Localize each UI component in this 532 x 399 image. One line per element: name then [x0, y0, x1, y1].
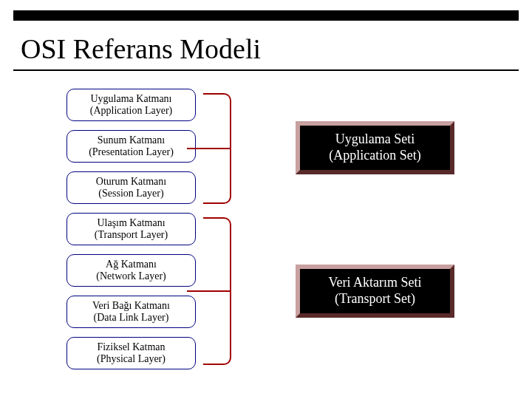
- layer-label-en: (Presentation Layer): [89, 146, 174, 158]
- setbox-transport-set: Veri Aktarım Seti (Transport Set): [296, 265, 454, 318]
- layer-label-en: (Application Layer): [90, 105, 173, 117]
- setbox-application-set: Uygulama Seti (Application Set): [296, 121, 454, 174]
- set-label-tr: Uygulama Seti: [335, 132, 415, 146]
- slide-top-bar: [13, 10, 519, 21]
- slide-title: OSI Referans Modeli: [21, 33, 261, 65]
- set-label-tr: Veri Aktarım Seti: [329, 275, 422, 290]
- layer-label-en: (Physical Layer): [97, 353, 166, 365]
- layer-label-en: (Network Layer): [96, 270, 166, 282]
- setbox-label: Veri Aktarım Seti (Transport Set): [323, 275, 428, 307]
- layer-transport: Ulaşım Katmanı (Transport Layer): [66, 213, 196, 245]
- layer-application: Uygulama Katmanı (Application Layer): [66, 89, 196, 121]
- layer-label-tr: Ağ Katmanı: [106, 259, 157, 270]
- set-label-en: (Application Set): [329, 148, 420, 163]
- layer-label-tr: Uygulama Katmanı: [90, 93, 171, 105]
- layer-presentation: Sunum Katmanı (Presentation Layer): [66, 130, 196, 163]
- layer-label-tr: Sunum Katmanı: [98, 134, 165, 146]
- setbox-label: Uygulama Seti (Application Set): [323, 132, 426, 163]
- layer-label-tr: Ulaşım Katmanı: [97, 217, 165, 229]
- layer-session: Oturum Katmanı (Session Layer): [66, 171, 196, 204]
- layer-label-tr: Veri Bağı Katmanı: [92, 300, 170, 312]
- bracket-application-set: [203, 93, 231, 204]
- layer-label-en: (Data Link Layer): [94, 312, 169, 324]
- layer-label-tr: Fiziksel Katman: [97, 341, 165, 353]
- layer-label-tr: Oturum Katmanı: [96, 176, 166, 188]
- layer-label-en: (Transport Layer): [95, 229, 168, 241]
- title-underline: [13, 69, 519, 71]
- bracket-transport-set: [203, 217, 231, 365]
- layer-network: Ağ Katmanı (Network Layer): [66, 254, 196, 287]
- set-label-en: (Transport Set): [335, 291, 415, 306]
- layer-datalink: Veri Bağı Katmanı (Data Link Layer): [66, 296, 196, 328]
- layer-label-en: (Session Layer): [98, 188, 163, 200]
- diagram-stage: Uygulama Katmanı (Application Layer) Sun…: [0, 78, 532, 393]
- layer-physical: Fiziksel Katman (Physical Layer): [66, 337, 196, 369]
